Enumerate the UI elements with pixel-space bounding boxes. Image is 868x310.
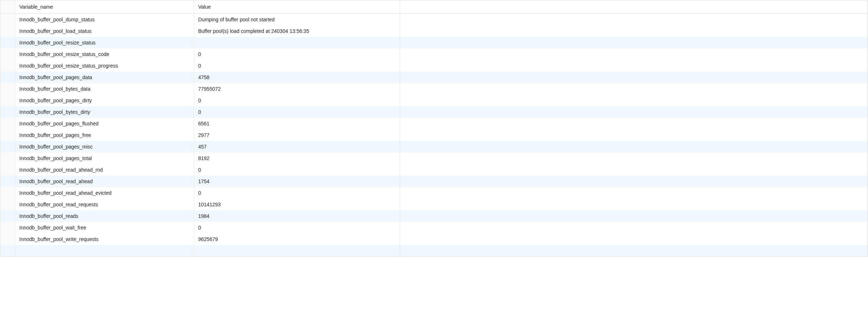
cell-value[interactable]: Dumping of buffer pool not started (194, 13, 400, 25)
cell-value[interactable]: 9625679 (194, 233, 400, 245)
table-row[interactable]: Innodb_buffer_pool_read_requests10141293 (0, 199, 868, 210)
row-gutter (0, 245, 15, 257)
cell-variable-name[interactable]: Innodb_buffer_pool_pages_data (15, 72, 194, 83)
cell-variable-name[interactable]: Innodb_buffer_pool_resize_status_progres… (15, 60, 194, 72)
cell-value[interactable]: 8192 (194, 152, 400, 164)
row-gutter[interactable] (0, 222, 15, 233)
cell-value[interactable]: 0 (194, 106, 400, 118)
cell-value[interactable]: 0 (194, 164, 400, 176)
cell-variable-name[interactable]: Innodb_buffer_pool_dump_status (15, 13, 194, 25)
cell-variable-name[interactable]: Innodb_buffer_pool_pages_dirty (15, 95, 194, 106)
row-gutter[interactable] (0, 141, 15, 152)
row-gutter[interactable] (0, 152, 15, 164)
table-row[interactable]: Innodb_buffer_pool_write_requests9625679 (0, 233, 868, 245)
cell-variable-name[interactable]: Innodb_buffer_pool_resize_status_code (15, 48, 194, 60)
cell-variable-name[interactable]: Innodb_buffer_pool_pages_flushed (15, 118, 194, 129)
cell-value[interactable]: 0 (194, 187, 400, 199)
cell-variable-name[interactable]: Innodb_buffer_pool_pages_total (15, 152, 194, 164)
cell-extra (400, 72, 868, 83)
table-row[interactable]: Innodb_buffer_pool_pages_dirty0 (0, 95, 868, 106)
cell-variable-name[interactable]: Innodb_buffer_pool_write_requests (15, 233, 194, 245)
cell-value[interactable]: 2977 (194, 129, 400, 141)
cell-variable-name[interactable]: Innodb_buffer_pool_read_ahead (15, 176, 194, 187)
cell-value[interactable]: Buffer pool(s) load completed at 240304 … (194, 25, 400, 37)
cell-extra (400, 245, 868, 257)
cell-value[interactable]: 0 (194, 95, 400, 106)
cell-extra (400, 37, 868, 48)
row-gutter[interactable] (0, 187, 15, 199)
cell-value[interactable]: 77955072 (194, 83, 400, 95)
cell-variable-name[interactable]: Innodb_buffer_pool_wait_free (15, 222, 194, 233)
cell-extra (400, 129, 868, 141)
cell-variable-name[interactable]: Innodb_buffer_pool_read_requests (15, 199, 194, 210)
cell-variable-name[interactable]: Innodb_buffer_pool_reads (15, 210, 194, 222)
table-row[interactable]: Innodb_buffer_pool_pages_data4758 (0, 72, 868, 83)
row-gutter[interactable] (0, 164, 15, 176)
cell-extra (400, 13, 868, 25)
table-row[interactable]: Innodb_buffer_pool_resize_status_progres… (0, 60, 868, 72)
table-row[interactable]: Innodb_buffer_pool_pages_free2977 (0, 129, 868, 141)
row-gutter[interactable] (0, 106, 15, 118)
table-row[interactable]: Innodb_buffer_pool_read_ahead1754 (0, 176, 868, 187)
row-gutter[interactable] (0, 233, 15, 245)
cell-extra (400, 199, 868, 210)
cell-variable-name[interactable]: Innodb_buffer_pool_bytes_data (15, 83, 194, 95)
cell-extra (400, 106, 868, 118)
cell-value[interactable]: 1984 (194, 210, 400, 222)
row-gutter[interactable] (0, 129, 15, 141)
cell-value[interactable]: 4758 (194, 72, 400, 83)
table-row[interactable]: Innodb_buffer_pool_resize_status_code0 (0, 48, 868, 60)
cell-extra (400, 152, 868, 164)
column-header-value[interactable]: Value (194, 0, 400, 13)
row-gutter[interactable] (0, 210, 15, 222)
cell-extra (400, 187, 868, 199)
cell-variable-name[interactable]: Innodb_buffer_pool_bytes_dirty (15, 106, 194, 118)
cell-value[interactable]: 6561 (194, 118, 400, 129)
table-row[interactable]: Innodb_buffer_pool_bytes_dirty0 (0, 106, 868, 118)
table-header-row: Variable_name Value (0, 0, 868, 13)
cell-extra (400, 60, 868, 72)
cell-value[interactable]: 457 (194, 141, 400, 152)
cell-value[interactable]: 1754 (194, 176, 400, 187)
cell-value[interactable]: 0 (194, 60, 400, 72)
cell-extra (400, 48, 868, 60)
row-gutter[interactable] (0, 83, 15, 95)
row-gutter[interactable] (0, 25, 15, 37)
cell-value[interactable] (194, 37, 400, 48)
cell-extra (400, 95, 868, 106)
cell-variable-name[interactable]: Innodb_buffer_pool_resize_status (15, 37, 194, 48)
cell-variable-name[interactable]: Innodb_buffer_pool_load_status (15, 25, 194, 37)
row-gutter[interactable] (0, 60, 15, 72)
row-gutter[interactable] (0, 13, 15, 25)
cell-value[interactable]: 10141293 (194, 199, 400, 210)
table-row[interactable]: Innodb_buffer_pool_reads1984 (0, 210, 868, 222)
cell-variable-name[interactable]: Innodb_buffer_pool_read_ahead_evicted (15, 187, 194, 199)
cell-value[interactable]: 0 (194, 222, 400, 233)
column-header-extra[interactable] (400, 0, 868, 13)
cell-extra (400, 176, 868, 187)
cell-variable-name[interactable]: Innodb_buffer_pool_pages_free (15, 129, 194, 141)
cell-value[interactable]: 0 (194, 48, 400, 60)
row-gutter[interactable] (0, 176, 15, 187)
row-gutter[interactable] (0, 199, 15, 210)
row-gutter[interactable] (0, 37, 15, 48)
table-row[interactable]: Innodb_buffer_pool_bytes_data77955072 (0, 83, 868, 95)
row-gutter[interactable] (0, 72, 15, 83)
table-row[interactable]: Innodb_buffer_pool_resize_status (0, 37, 868, 48)
table-row[interactable]: Innodb_buffer_pool_pages_total8192 (0, 152, 868, 164)
table-row[interactable]: Innodb_buffer_pool_dump_statusDumping of… (0, 13, 868, 25)
table-row[interactable]: Innodb_buffer_pool_pages_misc457 (0, 141, 868, 152)
row-gutter[interactable] (0, 118, 15, 129)
table-row[interactable]: Innodb_buffer_pool_load_statusBuffer poo… (0, 25, 868, 37)
table-row[interactable]: Innodb_buffer_pool_wait_free0 (0, 222, 868, 233)
column-header-variable-name[interactable]: Variable_name (15, 0, 194, 13)
row-gutter[interactable] (0, 95, 15, 106)
row-gutter[interactable] (0, 48, 15, 60)
cell-variable-name[interactable]: Innodb_buffer_pool_pages_misc (15, 141, 194, 152)
cell-variable-name[interactable]: Innodb_buffer_pool_read_ahead_rnd (15, 164, 194, 176)
column-header-gutter[interactable] (0, 0, 15, 13)
table-row[interactable]: Innodb_buffer_pool_read_ahead_evicted0 (0, 187, 868, 199)
table-row[interactable]: Innodb_buffer_pool_read_ahead_rnd0 (0, 164, 868, 176)
cell-extra (400, 118, 868, 129)
table-row[interactable]: Innodb_buffer_pool_pages_flushed6561 (0, 118, 868, 129)
